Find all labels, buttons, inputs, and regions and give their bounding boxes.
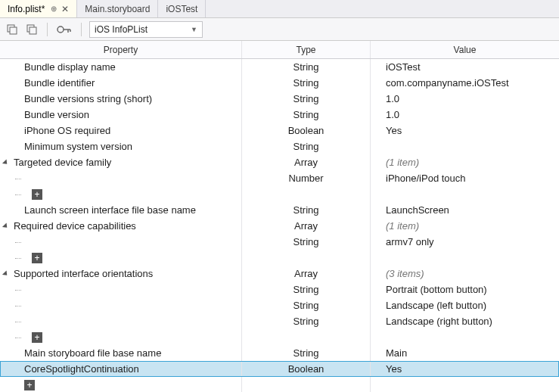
property-row[interactable]: Minimum system versionString — [0, 138, 559, 154]
property-cell[interactable]: Minimum system version — [0, 138, 242, 154]
property-cell[interactable]: Main storyboard file base name — [0, 345, 242, 361]
property-row[interactable]: Required device capabilitiesArray(1 item… — [0, 218, 559, 234]
type-cell[interactable] — [242, 250, 371, 266]
type-cell[interactable] — [242, 186, 371, 202]
value-cell[interactable]: Yes — [371, 361, 559, 377]
property-row[interactable]: StringPortrait (bottom button) — [0, 282, 559, 297]
type-cell[interactable]: String — [242, 202, 371, 218]
type-cell[interactable]: Array — [242, 266, 371, 282]
value-cell[interactable]: Main — [371, 345, 559, 361]
value-cell[interactable]: iPhone/iPod touch — [371, 170, 559, 186]
value-cell[interactable]: Portrait (bottom button) — [371, 282, 559, 297]
type-cell[interactable]: String — [242, 297, 371, 313]
type-cell[interactable]: Array — [242, 154, 371, 170]
add-button[interactable]: + — [32, 253, 42, 263]
close-icon[interactable]: ✕ — [61, 4, 69, 14]
tab-main-storyboard[interactable]: Main.storyboard — [77, 0, 158, 17]
type-cell[interactable]: String — [242, 138, 371, 154]
type-cell[interactable]: Array — [242, 218, 371, 234]
type-cell[interactable]: String — [242, 59, 371, 75]
property-cell[interactable]: + — [0, 329, 242, 345]
value-cell[interactable]: LaunchScreen — [371, 202, 559, 218]
type-cell[interactable]: String — [242, 313, 371, 329]
property-row[interactable]: Targeted device familyArray(1 item) — [0, 154, 559, 170]
value-cell[interactable]: (3 items) — [371, 266, 559, 282]
type-cell[interactable]: String — [242, 75, 371, 91]
value-cell[interactable]: Yes — [371, 123, 559, 138]
add-row[interactable]: + — [0, 377, 559, 392]
property-cell[interactable]: Supported interface orientations — [0, 266, 242, 282]
add-row[interactable]: + — [0, 329, 559, 345]
property-cell[interactable]: Bundle display name — [0, 59, 242, 75]
property-row[interactable]: Launch screen interface file base nameSt… — [0, 202, 559, 218]
value-cell[interactable]: armv7 only — [371, 234, 559, 250]
property-row[interactable]: Bundle versionString1.0 — [0, 107, 559, 123]
type-cell[interactable]: String — [242, 107, 371, 123]
value-cell[interactable] — [371, 250, 559, 266]
header-value[interactable]: Value — [371, 41, 559, 58]
property-row[interactable]: StringLandscape (right button) — [0, 313, 559, 329]
value-cell[interactable] — [371, 329, 559, 345]
add-button[interactable]: + — [32, 332, 42, 343]
key-icon[interactable] — [55, 22, 73, 37]
property-cell[interactable]: Launch screen interface file base name — [0, 202, 242, 218]
expand-toggle-icon[interactable] — [2, 159, 8, 166]
add-row[interactable]: + — [0, 250, 559, 266]
value-cell[interactable]: com.companyname.iOSTest — [371, 75, 559, 91]
value-cell[interactable] — [371, 186, 559, 202]
expand-toggle-icon[interactable] — [2, 222, 8, 229]
type-cell[interactable] — [242, 377, 371, 392]
property-row[interactable]: Stringarmv7 only — [0, 234, 559, 250]
expand-toggle-icon[interactable] — [2, 270, 8, 277]
property-row[interactable]: NumberiPhone/iPod touch — [0, 170, 559, 186]
property-cell[interactable]: Bundle versions string (short) — [0, 91, 242, 107]
property-cell[interactable]: Bundle version — [0, 107, 242, 123]
expand-all-icon[interactable] — [5, 22, 20, 37]
property-cell[interactable]: + — [0, 377, 242, 392]
property-cell[interactable] — [0, 170, 242, 186]
type-cell[interactable]: Boolean — [242, 123, 371, 138]
property-cell[interactable]: + — [0, 250, 242, 266]
value-cell[interactable]: iOSTest — [371, 59, 559, 75]
value-cell[interactable]: Landscape (left button) — [371, 297, 559, 313]
property-cell[interactable]: CoreSpotlightContinuation — [0, 361, 242, 377]
property-cell[interactable]: Bundle identifier — [0, 75, 242, 91]
type-cell[interactable] — [242, 329, 371, 345]
property-row[interactable]: Bundle identifierStringcom.companyname.i… — [0, 75, 559, 91]
type-cell[interactable]: String — [242, 345, 371, 361]
type-cell[interactable]: String — [242, 234, 371, 250]
type-cell[interactable]: String — [242, 91, 371, 107]
property-row[interactable]: iPhone OS requiredBooleanYes — [0, 123, 559, 138]
type-cell[interactable]: Boolean — [242, 361, 371, 377]
property-cell[interactable]: + — [0, 186, 242, 202]
type-cell[interactable]: String — [242, 282, 371, 297]
property-row[interactable]: Supported interface orientationsArray(3 … — [0, 266, 559, 282]
header-type[interactable]: Type — [242, 41, 371, 58]
property-row[interactable]: StringLandscape (left button) — [0, 297, 559, 313]
value-cell[interactable] — [371, 138, 559, 154]
property-cell[interactable] — [0, 234, 242, 250]
property-cell[interactable]: Targeted device family — [0, 154, 242, 170]
tab-info-plist[interactable]: Info.plist* ⊕ ✕ — [0, 0, 77, 17]
pin-icon[interactable]: ⊕ — [51, 5, 57, 13]
tab-iostest[interactable]: iOSTest — [158, 0, 206, 17]
header-property[interactable]: Property — [0, 41, 242, 58]
type-cell[interactable]: Number — [242, 170, 371, 186]
property-cell[interactable] — [0, 297, 242, 313]
property-cell[interactable] — [0, 313, 242, 329]
plist-type-select[interactable]: iOS InfoPList ▼ — [89, 21, 203, 38]
property-row[interactable]: Main storyboard file base nameStringMain — [0, 345, 559, 361]
value-cell[interactable]: (1 item) — [371, 154, 559, 170]
add-button[interactable]: + — [32, 189, 42, 200]
add-row[interactable]: + — [0, 186, 559, 202]
property-row[interactable]: CoreSpotlightContinuationBooleanYes — [0, 361, 559, 377]
value-cell[interactable]: (1 item) — [371, 218, 559, 234]
value-cell[interactable]: Landscape (right button) — [371, 313, 559, 329]
add-button[interactable]: + — [24, 380, 35, 390]
value-cell[interactable] — [371, 377, 559, 392]
property-row[interactable]: Bundle display nameStringiOSTest — [0, 59, 559, 75]
property-cell[interactable]: iPhone OS required — [0, 123, 242, 138]
property-cell[interactable]: Required device capabilities — [0, 218, 242, 234]
value-cell[interactable]: 1.0 — [371, 107, 559, 123]
value-cell[interactable]: 1.0 — [371, 91, 559, 107]
